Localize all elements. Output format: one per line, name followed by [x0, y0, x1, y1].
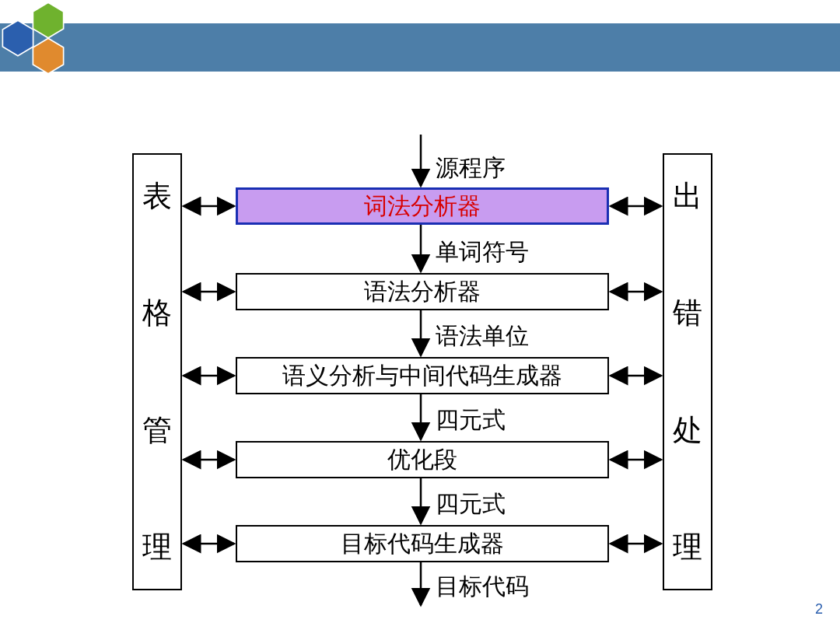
node-optimize: 优化段 [236, 441, 609, 478]
right-char-3: 处 [673, 411, 702, 450]
left-sidebar-box: 表 格 管 理 [132, 153, 182, 590]
right-sidebar-box: 出 错 处 理 [663, 153, 712, 590]
page-number: 2 [815, 601, 823, 618]
node-semantic-label: 语义分析与中间代码生成器 [282, 360, 562, 392]
svg-marker-0 [33, 2, 63, 37]
node-parser-label: 语法分析器 [364, 276, 481, 308]
node-codegen-label: 目标代码生成器 [341, 528, 504, 560]
right-char-2: 错 [673, 293, 702, 333]
right-char-1: 出 [673, 177, 702, 216]
left-char-3: 管 [142, 411, 172, 450]
edge-label-quad1: 四元式 [436, 404, 506, 436]
node-lexer: 词法分析器 [236, 187, 609, 225]
left-char-1: 表 [142, 177, 172, 216]
svg-marker-2 [33, 38, 63, 73]
svg-marker-1 [2, 20, 33, 55]
right-char-4: 理 [673, 527, 702, 567]
edge-label-unit: 语法单位 [436, 320, 529, 352]
edge-label-src: 源程序 [436, 152, 506, 184]
node-optimize-label: 优化段 [387, 444, 457, 476]
hex-logo [2, 2, 95, 87]
left-char-4: 理 [142, 527, 172, 567]
node-codegen: 目标代码生成器 [236, 525, 609, 562]
node-parser: 语法分析器 [236, 273, 609, 310]
node-lexer-label: 词法分析器 [364, 191, 481, 222]
left-char-2: 格 [142, 293, 172, 333]
node-semantic: 语义分析与中间代码生成器 [236, 357, 609, 394]
header-band [0, 23, 840, 72]
edge-label-quad2: 四元式 [436, 488, 506, 520]
edge-label-target: 目标代码 [436, 571, 529, 603]
edge-label-token: 单词符号 [436, 236, 529, 268]
